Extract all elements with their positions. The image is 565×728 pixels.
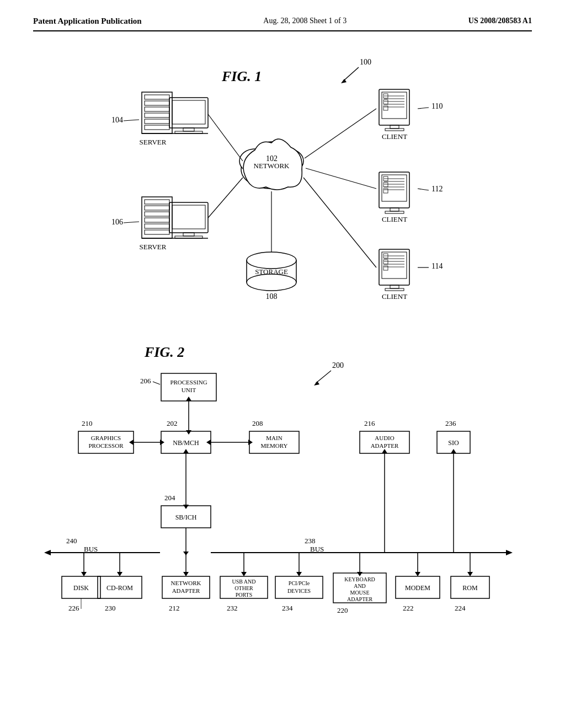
- svg-marker-121: [206, 440, 211, 445]
- svg-line-78: [418, 189, 429, 190]
- svg-marker-160: [241, 572, 247, 576]
- svg-rect-22: [145, 212, 169, 216]
- svg-marker-166: [415, 572, 420, 576]
- svg-line-109: [153, 382, 160, 384]
- svg-rect-5: [145, 95, 169, 99]
- svg-text:MAIN: MAIN: [266, 435, 282, 441]
- header: Patent Application Publication Aug. 28, …: [33, 17, 532, 31]
- svg-text:224: 224: [455, 604, 466, 612]
- svg-rect-20: [145, 200, 169, 204]
- svg-marker-136: [160, 440, 164, 445]
- svg-text:FIG. 1: FIG. 1: [221, 68, 262, 84]
- svg-text:106: 106: [111, 218, 123, 226]
- svg-text:230: 230: [105, 604, 116, 612]
- svg-text:216: 216: [364, 419, 375, 427]
- svg-line-99: [306, 168, 376, 189]
- svg-text:CLIENT: CLIENT: [382, 292, 407, 301]
- svg-rect-74: [383, 189, 388, 193]
- svg-text:PROCESSOR: PROCESSOR: [89, 442, 124, 449]
- svg-marker-146: [44, 550, 51, 555]
- header-center: Aug. 28, 2008 Sheet 1 of 3: [263, 17, 347, 25]
- svg-rect-26: [169, 202, 208, 233]
- svg-text:DISK: DISK: [73, 584, 89, 592]
- svg-text:212: 212: [169, 604, 180, 612]
- svg-marker-141: [183, 449, 189, 453]
- svg-marker-170: [382, 449, 387, 453]
- svg-line-32: [124, 222, 139, 223]
- patent-page: Patent Application Publication Aug. 28, …: [0, 0, 565, 728]
- svg-point-45: [247, 274, 296, 291]
- svg-text:UNIT: UNIT: [182, 387, 196, 393]
- svg-text:MOUSE: MOUSE: [350, 590, 369, 596]
- svg-text:104: 104: [111, 116, 123, 124]
- svg-rect-58: [383, 100, 388, 104]
- svg-text:OTHER: OTHER: [234, 585, 253, 591]
- svg-text:226: 226: [68, 604, 79, 612]
- fig2-svg: FIG. 2 200 PROCESSING UNIT 206 NB/MCH 20…: [33, 335, 532, 728]
- svg-text:STORAGE: STORAGE: [255, 267, 288, 276]
- svg-text:AND: AND: [354, 583, 366, 589]
- svg-rect-73: [383, 183, 388, 187]
- svg-marker-154: [81, 572, 87, 576]
- svg-marker-104: [314, 381, 319, 386]
- svg-rect-75: [390, 208, 399, 211]
- svg-text:PROCESSING: PROCESSING: [170, 379, 207, 386]
- svg-rect-13: [183, 128, 194, 131]
- svg-line-95: [208, 114, 243, 161]
- svg-text:108: 108: [266, 292, 278, 301]
- svg-text:SIO: SIO: [448, 439, 459, 447]
- svg-line-2: [343, 67, 359, 81]
- svg-rect-60: [390, 125, 399, 129]
- svg-rect-61: [385, 129, 404, 131]
- svg-rect-188: [275, 576, 323, 598]
- svg-marker-142: [183, 505, 189, 509]
- svg-text:112: 112: [431, 185, 443, 193]
- svg-rect-12: [172, 100, 205, 124]
- svg-rect-7: [145, 107, 169, 111]
- svg-marker-162: [296, 572, 302, 576]
- svg-text:240: 240: [66, 537, 77, 545]
- svg-text:KEYBOARD: KEYBOARD: [344, 576, 375, 582]
- svg-text:236: 236: [445, 419, 456, 427]
- svg-text:AUDIO: AUDIO: [375, 435, 394, 441]
- svg-rect-8: [145, 113, 169, 117]
- svg-text:204: 204: [164, 494, 175, 502]
- svg-text:GRAPHICS: GRAPHICS: [91, 435, 121, 441]
- svg-marker-164: [357, 572, 363, 576]
- svg-text:NB/MCH: NB/MCH: [173, 439, 199, 447]
- svg-rect-23: [145, 218, 169, 222]
- svg-marker-150: [506, 550, 513, 555]
- svg-text:110: 110: [431, 102, 443, 110]
- svg-line-103: [316, 371, 331, 383]
- svg-text:208: 208: [252, 419, 263, 427]
- svg-rect-59: [383, 106, 388, 110]
- svg-text:ADAPTER: ADAPTER: [347, 596, 372, 602]
- svg-rect-24: [145, 224, 169, 228]
- svg-text:206: 206: [140, 377, 151, 385]
- svg-text:NETWORK: NETWORK: [171, 580, 201, 586]
- svg-rect-11: [169, 98, 208, 128]
- svg-line-63: [418, 108, 429, 109]
- svg-point-44: [247, 252, 296, 269]
- svg-text:238: 238: [305, 537, 316, 545]
- svg-rect-27: [172, 205, 205, 229]
- svg-line-17: [124, 120, 139, 121]
- svg-text:CD-ROM: CD-ROM: [106, 584, 133, 592]
- svg-marker-115: [186, 430, 191, 435]
- svg-text:102: 102: [266, 154, 278, 163]
- svg-text:FIG. 2: FIG. 2: [144, 344, 184, 360]
- svg-marker-158: [183, 572, 189, 576]
- svg-text:220: 220: [337, 606, 348, 614]
- svg-rect-21: [145, 206, 169, 210]
- svg-marker-172: [451, 449, 456, 453]
- svg-text:SB/ICH: SB/ICH: [175, 513, 197, 521]
- header-left: Patent Application Publication: [33, 17, 142, 26]
- svg-rect-9: [145, 119, 169, 124]
- svg-text:SERVER: SERVER: [140, 243, 167, 251]
- svg-text:ADAPTER: ADAPTER: [172, 587, 200, 594]
- svg-text:DEVICES: DEVICES: [287, 588, 311, 594]
- svg-text:SERVER: SERVER: [140, 138, 167, 146]
- svg-marker-3: [341, 79, 347, 83]
- svg-text:USB AND: USB AND: [232, 579, 255, 585]
- svg-text:100: 100: [360, 58, 371, 66]
